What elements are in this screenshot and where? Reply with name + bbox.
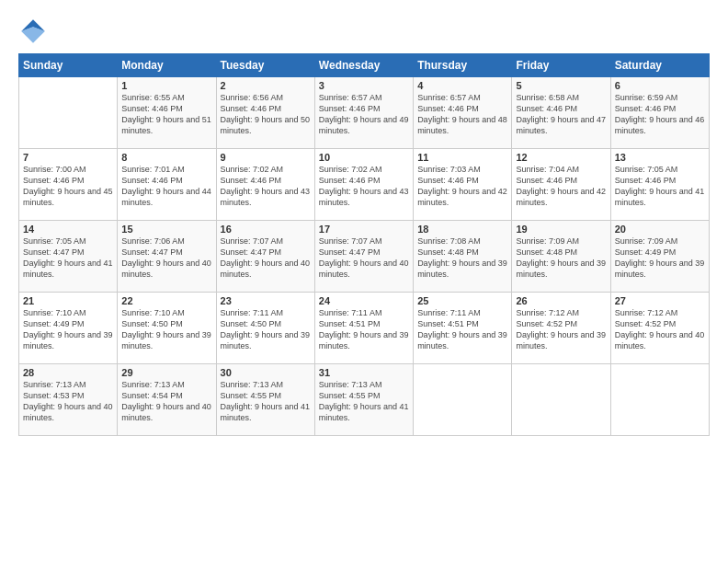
day-number: 10: [319, 152, 409, 163]
calendar-cell: 26Sunrise: 7:12 AM Sunset: 4:52 PM Dayli…: [512, 293, 610, 364]
day-number: 15: [121, 224, 211, 235]
day-content: Sunrise: 7:12 AM Sunset: 4:52 PM Dayligh…: [516, 307, 606, 352]
day-number: 28: [23, 367, 113, 378]
week-row-5: 28Sunrise: 7:13 AM Sunset: 4:53 PM Dayli…: [19, 364, 710, 436]
calendar-cell: 5Sunrise: 6:58 AM Sunset: 4:46 PM Daylig…: [512, 77, 610, 149]
day-number: 31: [319, 367, 409, 378]
calendar-cell: 3Sunrise: 6:57 AM Sunset: 4:46 PM Daylig…: [314, 77, 413, 149]
col-header-friday: Friday: [512, 54, 610, 77]
day-content: Sunrise: 6:57 AM Sunset: 4:46 PM Dayligh…: [417, 92, 507, 137]
day-content: Sunrise: 7:05 AM Sunset: 4:46 PM Dayligh…: [615, 164, 705, 209]
calendar-cell: 18Sunrise: 7:08 AM Sunset: 4:48 PM Dayli…: [414, 221, 512, 293]
day-number: 24: [319, 295, 409, 306]
day-number: 14: [23, 224, 113, 235]
col-header-thursday: Thursday: [414, 54, 512, 77]
day-content: Sunrise: 7:11 AM Sunset: 4:51 PM Dayligh…: [319, 307, 409, 352]
day-number: 30: [221, 367, 311, 378]
calendar-cell: 30Sunrise: 7:13 AM Sunset: 4:55 PM Dayli…: [216, 364, 314, 436]
col-header-sunday: Sunday: [19, 54, 118, 77]
day-content: Sunrise: 7:13 AM Sunset: 4:54 PM Dayligh…: [121, 379, 211, 424]
day-number: 29: [121, 367, 211, 378]
day-content: Sunrise: 7:13 AM Sunset: 4:55 PM Dayligh…: [319, 379, 409, 424]
day-content: Sunrise: 7:11 AM Sunset: 4:51 PM Dayligh…: [417, 307, 507, 352]
calendar-cell: 15Sunrise: 7:06 AM Sunset: 4:47 PM Dayli…: [118, 221, 216, 293]
calendar-cell: 25Sunrise: 7:11 AM Sunset: 4:51 PM Dayli…: [414, 293, 512, 364]
calendar-cell: 27Sunrise: 7:12 AM Sunset: 4:52 PM Dayli…: [610, 293, 709, 364]
calendar-cell: 14Sunrise: 7:05 AM Sunset: 4:47 PM Dayli…: [19, 221, 118, 293]
day-content: Sunrise: 7:07 AM Sunset: 4:47 PM Dayligh…: [221, 236, 311, 281]
logo-icon: [18, 17, 48, 46]
day-number: 16: [221, 224, 311, 235]
day-content: Sunrise: 7:13 AM Sunset: 4:55 PM Dayligh…: [221, 379, 311, 424]
calendar-cell: 4Sunrise: 6:57 AM Sunset: 4:46 PM Daylig…: [414, 77, 512, 149]
calendar-cell: [512, 364, 610, 436]
col-header-tuesday: Tuesday: [216, 54, 314, 77]
calendar-cell: 13Sunrise: 7:05 AM Sunset: 4:46 PM Dayli…: [610, 149, 709, 221]
day-content: Sunrise: 7:09 AM Sunset: 4:48 PM Dayligh…: [516, 236, 606, 281]
day-content: Sunrise: 7:10 AM Sunset: 4:49 PM Dayligh…: [23, 307, 113, 352]
day-content: Sunrise: 6:57 AM Sunset: 4:46 PM Dayligh…: [319, 92, 409, 137]
day-content: Sunrise: 7:02 AM Sunset: 4:46 PM Dayligh…: [319, 164, 409, 209]
calendar-cell: 12Sunrise: 7:04 AM Sunset: 4:46 PM Dayli…: [512, 149, 610, 221]
calendar-cell: 19Sunrise: 7:09 AM Sunset: 4:48 PM Dayli…: [512, 221, 610, 293]
calendar-cell: 22Sunrise: 7:10 AM Sunset: 4:50 PM Dayli…: [118, 293, 216, 364]
day-number: 9: [221, 152, 311, 163]
calendar-cell: 8Sunrise: 7:01 AM Sunset: 4:46 PM Daylig…: [118, 149, 216, 221]
day-number: 13: [615, 152, 705, 163]
day-content: Sunrise: 7:12 AM Sunset: 4:52 PM Dayligh…: [615, 307, 705, 352]
day-content: Sunrise: 7:03 AM Sunset: 4:46 PM Dayligh…: [417, 164, 507, 209]
week-row-3: 14Sunrise: 7:05 AM Sunset: 4:47 PM Dayli…: [19, 221, 710, 293]
day-content: Sunrise: 7:01 AM Sunset: 4:46 PM Dayligh…: [121, 164, 211, 209]
day-content: Sunrise: 6:55 AM Sunset: 4:46 PM Dayligh…: [121, 92, 211, 137]
day-number: 21: [23, 295, 113, 306]
calendar-cell: 6Sunrise: 6:59 AM Sunset: 4:46 PM Daylig…: [610, 77, 709, 149]
day-content: Sunrise: 7:08 AM Sunset: 4:48 PM Dayligh…: [417, 236, 507, 281]
day-number: 5: [516, 80, 606, 91]
day-number: 1: [121, 80, 211, 91]
day-content: Sunrise: 7:10 AM Sunset: 4:50 PM Dayligh…: [121, 307, 211, 352]
calendar-cell: 31Sunrise: 7:13 AM Sunset: 4:55 PM Dayli…: [314, 364, 413, 436]
calendar-cell: 11Sunrise: 7:03 AM Sunset: 4:46 PM Dayli…: [414, 149, 512, 221]
day-number: 8: [121, 152, 211, 163]
calendar-cell: 28Sunrise: 7:13 AM Sunset: 4:53 PM Dayli…: [19, 364, 118, 436]
week-row-4: 21Sunrise: 7:10 AM Sunset: 4:49 PM Dayli…: [19, 293, 710, 364]
day-number: 18: [417, 224, 507, 235]
calendar-cell: 20Sunrise: 7:09 AM Sunset: 4:49 PM Dayli…: [610, 221, 709, 293]
col-header-monday: Monday: [118, 54, 216, 77]
header-row: SundayMondayTuesdayWednesdayThursdayFrid…: [19, 54, 710, 77]
calendar-cell: 1Sunrise: 6:55 AM Sunset: 4:46 PM Daylig…: [118, 77, 216, 149]
calendar-cell: 17Sunrise: 7:07 AM Sunset: 4:47 PM Dayli…: [314, 221, 413, 293]
day-number: 17: [319, 224, 409, 235]
day-number: 4: [417, 80, 507, 91]
day-number: 25: [417, 295, 507, 306]
calendar-table: SundayMondayTuesdayWednesdayThursdayFrid…: [18, 53, 710, 436]
calendar-cell: [19, 77, 118, 149]
calendar-cell: [610, 364, 709, 436]
calendar-cell: 29Sunrise: 7:13 AM Sunset: 4:54 PM Dayli…: [118, 364, 216, 436]
day-number: 19: [516, 224, 606, 235]
col-header-saturday: Saturday: [610, 54, 709, 77]
week-row-2: 7Sunrise: 7:00 AM Sunset: 4:46 PM Daylig…: [19, 149, 710, 221]
calendar-cell: 21Sunrise: 7:10 AM Sunset: 4:49 PM Dayli…: [19, 293, 118, 364]
day-number: 11: [417, 152, 507, 163]
day-content: Sunrise: 7:06 AM Sunset: 4:47 PM Dayligh…: [121, 236, 211, 281]
day-content: Sunrise: 7:13 AM Sunset: 4:53 PM Dayligh…: [23, 379, 113, 424]
calendar-cell: 23Sunrise: 7:11 AM Sunset: 4:50 PM Dayli…: [216, 293, 314, 364]
day-content: Sunrise: 7:09 AM Sunset: 4:49 PM Dayligh…: [615, 236, 705, 281]
calendar-cell: 24Sunrise: 7:11 AM Sunset: 4:51 PM Dayli…: [314, 293, 413, 364]
day-number: 6: [615, 80, 705, 91]
day-number: 23: [221, 295, 311, 306]
header: [18, 17, 710, 46]
day-number: 7: [23, 152, 113, 163]
calendar-cell: 7Sunrise: 7:00 AM Sunset: 4:46 PM Daylig…: [19, 149, 118, 221]
day-number: 3: [319, 80, 409, 91]
calendar-cell: 2Sunrise: 6:56 AM Sunset: 4:46 PM Daylig…: [216, 77, 314, 149]
day-content: Sunrise: 7:00 AM Sunset: 4:46 PM Dayligh…: [23, 164, 113, 209]
page: SundayMondayTuesdayWednesdayThursdayFrid…: [0, 0, 728, 563]
day-content: Sunrise: 6:59 AM Sunset: 4:46 PM Dayligh…: [615, 92, 705, 137]
logo: [18, 17, 51, 46]
day-content: Sunrise: 7:02 AM Sunset: 4:46 PM Dayligh…: [221, 164, 311, 209]
day-number: 27: [615, 295, 705, 306]
day-number: 22: [121, 295, 211, 306]
calendar-cell: 10Sunrise: 7:02 AM Sunset: 4:46 PM Dayli…: [314, 149, 413, 221]
